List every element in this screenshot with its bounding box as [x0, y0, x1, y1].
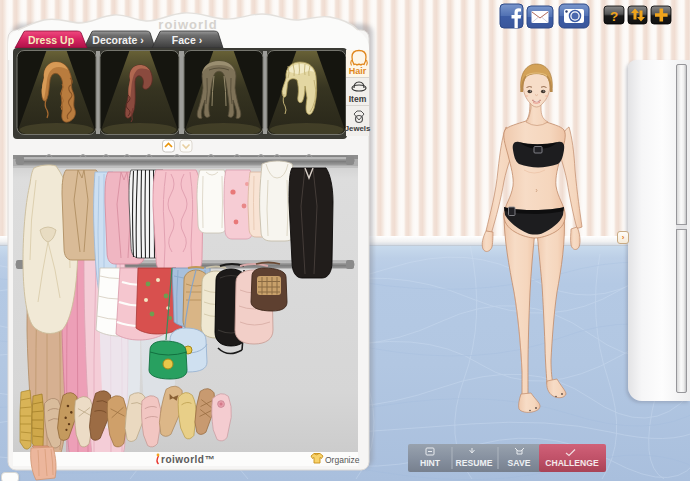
- svg-text:HINT: HINT: [420, 458, 441, 468]
- svg-text:Organize: Organize: [325, 455, 360, 465]
- svg-text:roiworld: roiworld: [158, 17, 217, 32]
- svg-text:Item: Item: [349, 94, 367, 104]
- svg-text:?: ?: [610, 9, 618, 24]
- svg-text:CHALLENGE: CHALLENGE: [545, 458, 599, 468]
- svg-text:RESUME: RESUME: [456, 458, 493, 468]
- svg-text:Dress Up: Dress Up: [28, 34, 74, 46]
- svg-text:Hair: Hair: [349, 66, 367, 76]
- svg-text:Decorate ›: Decorate ›: [92, 34, 144, 46]
- svg-text:roiworld™: roiworld™: [161, 454, 215, 465]
- svg-text:SAVE: SAVE: [508, 458, 531, 468]
- svg-text:Face ›: Face ›: [172, 34, 203, 46]
- svg-text:Jewels: Jewels: [345, 124, 371, 133]
